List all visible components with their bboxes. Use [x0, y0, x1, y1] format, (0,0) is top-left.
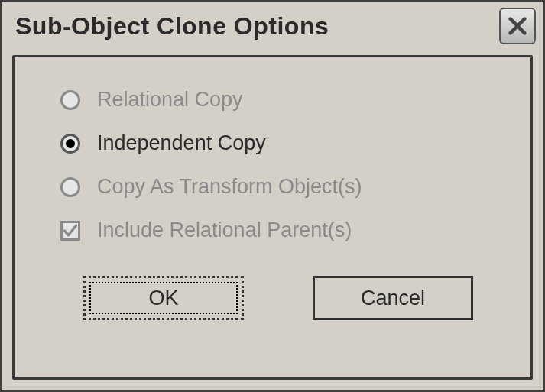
button-label: Cancel: [361, 287, 425, 310]
dialog-window: Sub-Object Clone Options Relational Copy…: [0, 0, 545, 392]
checkbox-icon: [60, 221, 80, 241]
close-icon: [507, 15, 528, 37]
content-frame: Relational Copy Independent Copy Copy As…: [12, 55, 533, 380]
button-label: OK: [148, 287, 178, 310]
checkbox-label: Include Relational Parent(s): [97, 219, 352, 242]
radio-icon: [60, 90, 80, 110]
check-icon: [63, 222, 78, 239]
titlebar: Sub-Object Clone Options: [2, 2, 543, 55]
radio-label: Relational Copy: [97, 88, 243, 112]
radio-icon: [60, 177, 80, 197]
radio-label: Independent Copy: [97, 131, 266, 155]
options-group: Relational Copy Independent Copy Copy As…: [60, 88, 500, 242]
ok-button[interactable]: OK: [83, 276, 244, 320]
dialog-title: Sub-Object Clone Options: [15, 12, 329, 40]
radio-relational-copy: Relational Copy: [60, 88, 500, 112]
close-button[interactable]: [499, 8, 536, 44]
cancel-button[interactable]: Cancel: [313, 276, 473, 320]
checkbox-include-parent: Include Relational Parent(s): [60, 219, 500, 242]
radio-label: Copy As Transform Object(s): [97, 175, 362, 199]
button-row: OK Cancel: [60, 276, 500, 320]
radio-independent-copy[interactable]: Independent Copy: [60, 131, 500, 155]
radio-copy-as-transform: Copy As Transform Object(s): [60, 175, 500, 199]
radio-icon: [60, 134, 80, 154]
